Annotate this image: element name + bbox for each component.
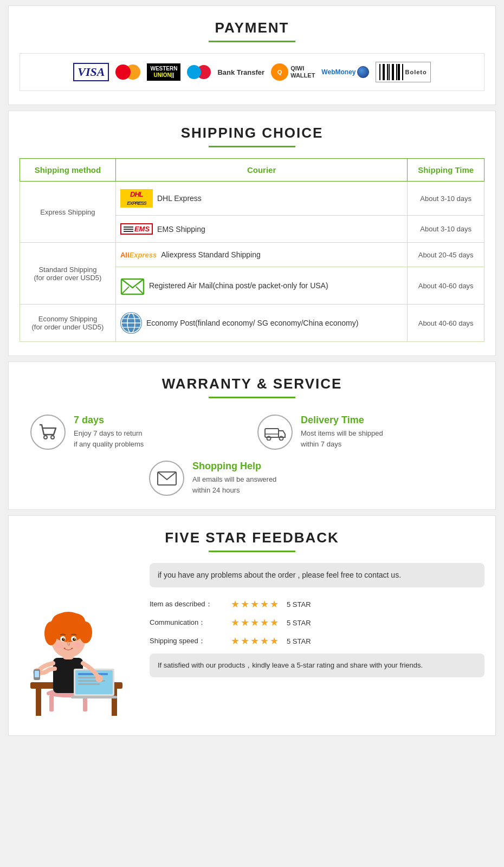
aliexpress-courier-cell: AliExpress Aliexpress Standard Shipping [115,243,407,267]
ems-courier-cell: EMS EMS Shipping [115,216,407,243]
svg-point-44 [62,638,65,641]
svg-rect-21 [49,695,54,711]
qiwi-logo: Q QIWIWALLET [271,63,315,81]
qiwi-text: QIWIWALLET [290,65,315,79]
warranty-delivery-desc: Most items will be shippedwithin 7 days [301,428,383,449]
feedback-illustration [20,563,139,722]
warranty-delivery-title: Delivery Time [301,415,383,426]
cart-icon-circle [30,415,66,450]
envelope-icon-circle [149,461,184,496]
svg-line-1 [121,287,129,294]
feedback-title: FIVE STAR FEEDBACK [20,529,484,546]
table-row: Economy Shipping(for order under USD5) [20,305,484,342]
un-logo [120,312,142,334]
warranty-help-desc: All emails will be answeredwithin 24 hou… [192,474,276,495]
rating-row-described: Item as described： ★ ★ ★ ★ ★ 5 STAR [150,598,484,610]
aliexpress-name: Aliexpress Standard Shipping [161,250,261,259]
aliexpress-time: About 20-45 days [408,243,484,267]
warranty-return-text: 7 days Enjoy 7 days to returnif any qual… [74,415,144,449]
shipping-table: Shipping method Courier Shipping Time Ex… [20,158,484,342]
warranty-return-title: 7 days [74,415,144,426]
feedback-bottom-bubble: If satisfied with our products，kindly le… [150,654,484,677]
standard-shipping-method: Standard Shipping(for order over USD5) [20,243,116,305]
warranty-item-return: 7 days Enjoy 7 days to returnif any qual… [30,415,247,450]
boleto-logo: Boleto [376,62,430,82]
rating-described-value: 5 STAR [287,600,311,609]
rating-communication-value: 5 STAR [287,619,311,627]
airmail-time: About 40-60 days [408,267,484,305]
envelope-icon [157,471,177,486]
webmoney-globe-icon [357,66,369,78]
shipping-title: SHIPPING CHOICE [20,125,484,141]
barcode-icon: Boleto [379,64,427,80]
payment-title-underline [209,41,295,42]
bank-transfer-logo: Bank Transfer [217,68,264,76]
economy-courier-cell: Economy Post(finland economy/ SG economy… [115,305,407,342]
warranty-item-help: Shopping Help All emails will be answere… [149,461,355,496]
truck-icon-circle [257,415,293,450]
cart-icon [38,424,58,441]
rating-communication-stars: ★ ★ ★ ★ ★ [231,617,279,629]
ems-name: EMS Shipping [157,225,205,234]
rating-shipping-label: Shipping speed： [150,636,225,646]
payment-title: PAYMENT [20,20,484,36]
ems-logo: EMS [120,223,153,235]
warranty-title: WARRANTY & SERVICE [20,376,484,392]
truck-icon [264,424,286,441]
rating-shipping-stars: ★ ★ ★ ★ ★ [231,635,279,647]
svg-point-10 [51,436,54,439]
warranty-shopping-help-row: Shopping Help All emails will be answere… [20,461,484,496]
svg-line-2 [136,287,144,294]
character-illustration [20,563,133,720]
shipping-section: SHIPPING CHOICE Shipping method Courier … [8,111,496,356]
svg-point-9 [44,436,47,439]
svg-point-47 [74,638,75,639]
feedback-section: FIVE STAR FEEDBACK [8,515,496,736]
svg-point-46 [63,638,64,639]
svg-point-31 [95,675,103,682]
dhl-time: About 3-10 days [408,182,484,216]
dhl-logo: DHLEXPRESS [120,189,153,208]
economy-shipping-method: Economy Shipping(for order under USD5) [20,305,116,342]
webmoney-logo: WebMoney [321,66,369,78]
feedback-info: if you have any problems about the order… [150,563,484,677]
airmail-courier-cell: Registered Air Mail(china post/e packet-… [115,267,407,305]
payment-logos-container: VISA WESTERN UNION|| Bank Transfer Q QIW… [20,53,484,91]
table-row: Standard Shipping(for order over USD5) A… [20,243,484,267]
aliexpress-logo: AliExpress [120,251,157,259]
visa-logo: VISA [73,63,109,81]
rating-row-communication: Communication： ★ ★ ★ ★ ★ 5 STAR [150,617,484,629]
airmail-icon [120,275,145,296]
shipping-title-underline [209,146,295,147]
feedback-top-bubble: if you have any problems about the order… [150,563,484,587]
economy-name: Economy Post(finland economy/ SG economy… [146,319,358,327]
airmail-name: Registered Air Mail(china post/e packet-… [149,281,328,290]
dhl-courier-cell: DHLEXPRESS DHL Express [115,182,407,216]
svg-rect-17 [36,689,41,716]
express-shipping-method: Express Shipping [20,182,116,243]
svg-point-48 [55,643,63,648]
shipping-time-header: Shipping Time [408,159,484,182]
rating-shipping-value: 5 STAR [287,637,311,645]
ems-time: About 3-10 days [408,216,484,243]
warranty-title-underline [209,397,295,398]
dhl-name: DHL Express [157,194,202,203]
svg-point-45 [73,638,76,641]
table-row: Express Shipping DHLEXPRESS DHL Express … [20,182,484,216]
qiwi-circle: Q [271,63,288,81]
rating-row-shipping: Shipping speed： ★ ★ ★ ★ ★ 5 STAR [150,635,484,647]
economy-time: About 40-60 days [408,305,484,342]
svg-rect-34 [35,671,39,677]
feedback-content: if you have any problems about the order… [20,563,484,722]
mastercard-logo [115,64,140,80]
aliexpress-row: AliExpress Aliexpress Standard Shipping [120,248,403,261]
warranty-help-text: Shopping Help All emails will be answere… [192,461,276,495]
rating-described-stars: ★ ★ ★ ★ ★ [231,598,279,610]
rating-described-label: Item as described： [150,599,225,609]
shipping-courier-header: Courier [115,159,407,182]
warranty-grid: 7 days Enjoy 7 days to returnif any qual… [20,409,484,455]
dhl-row: DHLEXPRESS DHL Express [120,187,403,210]
economy-row: Economy Post(finland economy/ SG economy… [120,310,403,336]
ems-row: EMS EMS Shipping [120,221,403,237]
warranty-return-desc: Enjoy 7 days to returnif any quality pro… [74,428,144,449]
